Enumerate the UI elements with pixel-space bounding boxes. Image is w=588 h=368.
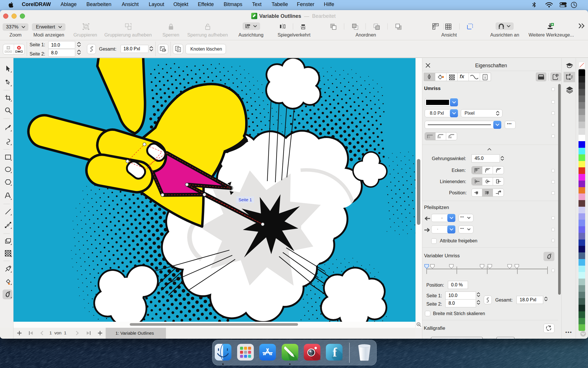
- svg-text:Seite 1: Seite 1: [239, 197, 252, 202]
- svg-text:f: f: [333, 345, 337, 359]
